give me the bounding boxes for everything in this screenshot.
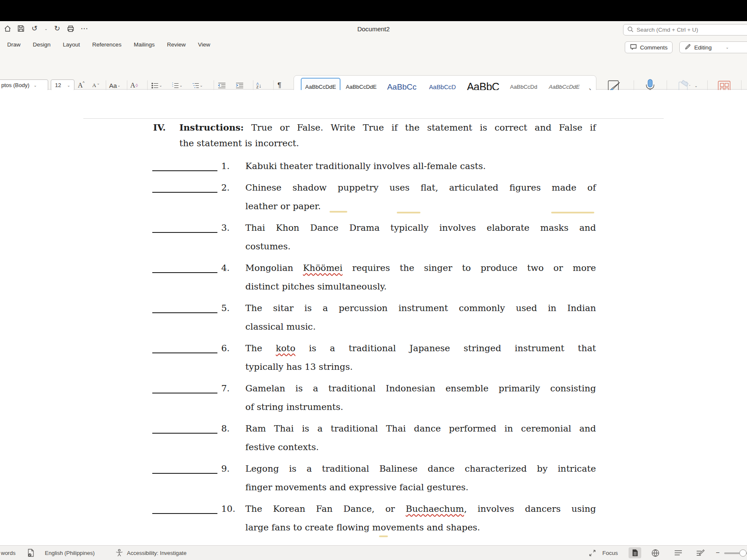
item-text-line: finger movements and expressive facial g…	[245, 478, 596, 497]
tab-references[interactable]: References	[92, 40, 122, 49]
answer-blank[interactable]	[152, 272, 217, 273]
misspelled-word: koto	[276, 343, 295, 353]
ribbon-row-font-paragraph-top: ptos (Body) ⌄ 12 ⌄ A^ A⌄ Aa⌄ A◊ ⌄ ⌄ ⌄ AZ	[0, 79, 294, 91]
editing-pencil-icon	[684, 44, 691, 52]
editing-mode-button[interactable]: Editing ⌄	[679, 41, 747, 53]
item-text-line: large fans to create flowing movements a…	[245, 518, 596, 537]
instructions-line-2: the statement is incorrect.	[179, 136, 596, 151]
increase-indent-button[interactable]	[236, 79, 244, 91]
tab-draw[interactable]: Draw	[7, 40, 21, 49]
tf-item: 8.Ram Thai is a traditional Thai dance p…	[152, 419, 596, 456]
answer-blank[interactable]	[152, 232, 217, 233]
section-numeral: IV.	[153, 120, 166, 135]
tf-item: 2.Chinese shadow puppetry uses flat, art…	[152, 178, 596, 216]
item-number: 3.	[221, 219, 230, 237]
draft-view-button[interactable]	[696, 546, 705, 560]
tf-item: 4.Mongolian Khöömei requires the singer …	[152, 259, 596, 296]
focus-mode-icon[interactable]	[589, 546, 596, 560]
ribbon-tabs: DrawDesignLayoutReferencesMailingsReview…	[7, 40, 211, 49]
document-canvas[interactable]: IV. Instructions: True or False. Write T…	[0, 90, 747, 545]
outline-view-button[interactable]	[674, 546, 682, 560]
window-chrome: ↺ ⌄ ↻ ⋯ Document2 Search (Cmd + Ctrl + U…	[0, 21, 747, 90]
item-number: 4.	[221, 259, 230, 277]
numbered-list-button[interactable]: ⌄	[172, 79, 183, 91]
item-number: 2.	[221, 178, 230, 197]
editing-chevron-icon: ⌄	[726, 45, 729, 49]
bullet-list-button[interactable]: ⌄	[151, 79, 162, 91]
word-count[interactable]: words	[1, 546, 16, 560]
tab-design[interactable]: Design	[33, 40, 51, 49]
search-placeholder: Search (Cmd + Ctrl + U)	[637, 27, 698, 33]
item-number: 8.	[221, 419, 230, 438]
item-text-line: Ram Thai is a traditional Thai dance per…	[245, 419, 596, 438]
comments-icon	[630, 44, 637, 52]
tf-item: 7.Gamelan is a traditional Indonesian en…	[152, 379, 596, 416]
item-text-line: The koto is a traditional Japanese strin…	[245, 339, 596, 358]
language-status[interactable]: English (Philippines)	[45, 546, 95, 560]
item-text-line: The Korean Fan Dance, or Buchaechum, inv…	[245, 500, 596, 518]
focus-mode-button[interactable]: Focus	[602, 546, 618, 560]
zoom-out-button[interactable]: −	[716, 546, 720, 560]
item-text-line: Gamelan is a traditional Indonesian ense…	[245, 379, 596, 398]
tf-item: 10.The Korean Fan Dance, or Buchaechum, …	[152, 500, 596, 537]
font-size-chevron-icon: ⌄	[67, 83, 70, 87]
answer-blank[interactable]	[152, 433, 217, 434]
item-text-line: Mongolian Khöömei requires the singer to…	[245, 259, 596, 277]
answer-blank[interactable]	[152, 170, 217, 171]
item-text-line: costumes.	[245, 237, 596, 256]
accessibility-status[interactable]: Accessibility: Investigate	[127, 546, 187, 560]
tab-layout[interactable]: Layout	[63, 40, 81, 49]
tf-item: 3.Thai Khon Dance Drama typically involv…	[152, 219, 596, 256]
true-false-items: 1.Kabuki theater traditionally involves …	[152, 157, 596, 540]
instructions-line-1: Instructions: True or False. Write True …	[179, 120, 596, 136]
tab-mailings[interactable]: Mailings	[133, 40, 155, 49]
answer-blank[interactable]	[152, 312, 217, 313]
font-size-combobox[interactable]: 12 ⌄	[51, 79, 74, 91]
answer-blank[interactable]	[152, 352, 217, 353]
item-text-line: typically has 13 strings.	[245, 358, 596, 376]
answer-blank[interactable]	[152, 473, 217, 474]
tf-item: 9.Legong is a traditional Balinese dance…	[152, 459, 596, 497]
highlight-mark	[330, 211, 347, 213]
item-text-line: Chinese shadow puppetry uses flat, artic…	[245, 178, 596, 197]
decrease-indent-button[interactable]	[218, 79, 226, 91]
clear-formatting-button[interactable]: A◊	[130, 79, 138, 91]
item-text-line: festive contexts.	[245, 438, 596, 456]
web-layout-view-button[interactable]	[651, 546, 659, 560]
answer-blank[interactable]	[152, 513, 217, 514]
tab-review[interactable]: Review	[167, 40, 186, 49]
font-name-combobox[interactable]: ptos (Body) ⌄	[0, 79, 48, 91]
proofing-status-icon[interactable]	[27, 546, 35, 560]
menu-bar	[0, 0, 747, 21]
item-text-line: distinct pitches simultaneously.	[245, 277, 596, 296]
tab-view[interactable]: View	[198, 40, 211, 49]
item-number: 5.	[221, 299, 230, 317]
zoom-slider-thumb[interactable]	[739, 549, 747, 557]
item-text-line: leather or paper.	[245, 197, 596, 216]
grow-font-button[interactable]: A^	[78, 79, 85, 91]
item-text-line: Legong is a traditional Balinese dance c…	[245, 459, 596, 478]
font-name-chevron-icon: ⌄	[33, 83, 37, 87]
shrink-font-button[interactable]: A⌄	[92, 79, 100, 91]
status-bar: words English (Philippines) Accessibilit…	[0, 545, 747, 560]
multilevel-list-button[interactable]: ⌄	[192, 79, 203, 91]
comments-button[interactable]: Comments	[625, 41, 673, 53]
show-paragraph-marks-button[interactable]: ¶	[277, 79, 281, 91]
answer-blank[interactable]	[152, 393, 217, 393]
item-text-line: Kabuki theater traditionally involves al…	[245, 157, 596, 175]
tf-item: 1.Kabuki theater traditionally involves …	[152, 157, 596, 175]
highlight-mark	[551, 212, 594, 213]
tf-item: 5.The sitar is a percussion instrument c…	[152, 299, 596, 336]
item-number: 9.	[221, 459, 230, 478]
highlight-mark	[379, 535, 388, 537]
highlight-mark	[397, 212, 420, 213]
answer-blank[interactable]	[152, 192, 217, 193]
print-layout-view-button[interactable]	[629, 547, 641, 558]
page-top-edge	[83, 118, 664, 119]
item-text-line: of string instruments.	[245, 398, 596, 416]
item-text-line: classical music.	[245, 317, 596, 336]
change-case-button[interactable]: Aa⌄	[109, 79, 121, 91]
search-input[interactable]: Search (Cmd + Ctrl + U)	[623, 24, 747, 36]
sort-button[interactable]: AZ ↓	[256, 79, 261, 91]
misspelled-word: Buchaechum	[406, 504, 464, 514]
